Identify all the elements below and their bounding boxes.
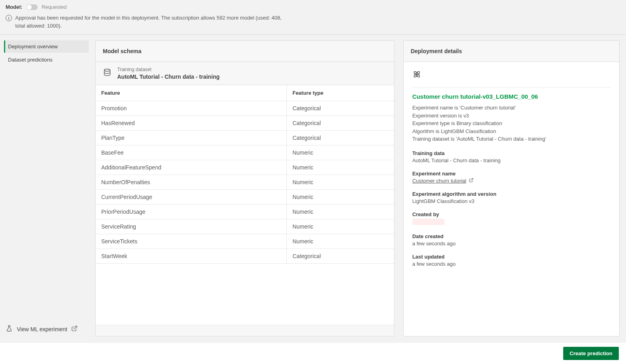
model-approval-toggle[interactable] bbox=[26, 4, 38, 10]
table-row: BaseFeeNumeric bbox=[96, 145, 394, 160]
feature-name: Promotion bbox=[96, 101, 286, 115]
table-row: PlanTypeCategorical bbox=[96, 131, 394, 145]
view-ml-experiment-link[interactable]: View ML experiment bbox=[6, 325, 87, 333]
schema-subheader: Training dataset AutoML Tutorial - Churn… bbox=[96, 62, 394, 85]
feature-type: Categorical bbox=[286, 116, 394, 130]
training-data-block: Training data AutoML Tutorial - Churn da… bbox=[412, 150, 610, 163]
deployment-details-panel: Deployment details Customer churn tutori… bbox=[403, 40, 620, 336]
feature-name: PlanType bbox=[96, 131, 286, 145]
feature-name: ServiceTickets bbox=[96, 234, 286, 249]
created-by-block: Created by bbox=[412, 211, 610, 226]
page-header: Model: Requested i Approval has been req… bbox=[0, 0, 626, 35]
separator bbox=[412, 87, 610, 88]
model-label: Model: bbox=[6, 4, 22, 10]
experiment-name-block: Experiment name Customer churn tutorial bbox=[412, 171, 610, 184]
model-status-text: Requested bbox=[42, 4, 67, 10]
last-updated-block: Last updated a few seconds ago bbox=[412, 254, 610, 267]
feature-type: Numeric bbox=[286, 190, 394, 204]
feature-type: Numeric bbox=[286, 205, 394, 219]
algorithm-value: LightGBM Classification v3 bbox=[412, 198, 610, 204]
training-data-key: Training data bbox=[412, 150, 610, 156]
details-body: Customer churn tutorial-v03_LGBMC_00_06 … bbox=[404, 62, 619, 275]
feature-name: PriorPeriodUsage bbox=[96, 205, 286, 219]
experiment-name-link[interactable]: Customer churn tutorial bbox=[412, 178, 474, 184]
table-row: ServiceTicketsNumeric bbox=[96, 234, 394, 249]
schema-panel-title: Model schema bbox=[96, 41, 394, 62]
atom-icon bbox=[412, 70, 610, 80]
feature-name: StartWeek bbox=[96, 249, 286, 263]
created-by-value bbox=[412, 219, 610, 226]
table-row: NumberOfPenaltiesNumeric bbox=[96, 175, 394, 190]
table-row: StartWeekCategorical bbox=[96, 249, 394, 264]
body-area: Deployment overviewDataset predictions V… bbox=[0, 35, 626, 343]
sidebar-nav: Deployment overviewDataset predictions bbox=[4, 40, 89, 321]
last-updated-value: a few seconds ago bbox=[412, 261, 610, 267]
schema-table-header: Feature Feature type bbox=[96, 85, 394, 101]
feature-type: Numeric bbox=[286, 145, 394, 160]
feature-name: ServiceRating bbox=[96, 219, 286, 234]
info-icon: i bbox=[6, 15, 12, 21]
sidebar-item-dataset-predictions[interactable]: Dataset predictions bbox=[4, 54, 89, 66]
model-title: Customer churn tutorial-v03_LGBMC_00_06 bbox=[412, 93, 610, 100]
feature-type: Numeric bbox=[286, 160, 394, 175]
flask-icon bbox=[6, 325, 13, 333]
svg-point-2 bbox=[416, 74, 417, 75]
feature-name: AdditionalFeatureSpend bbox=[96, 160, 286, 175]
svg-line-5 bbox=[471, 178, 473, 181]
description-line: Algorithm is LightGBM Classification bbox=[412, 127, 610, 135]
algorithm-block: Experiment algorithm and version LightGB… bbox=[412, 191, 610, 204]
feature-type: Numeric bbox=[286, 234, 394, 249]
svg-line-0 bbox=[74, 326, 77, 329]
date-created-key: Date created bbox=[412, 233, 610, 239]
info-message: Approval has been requested for the mode… bbox=[15, 14, 287, 30]
schema-table-footer bbox=[96, 325, 394, 336]
database-icon bbox=[103, 68, 111, 78]
details-panel-title: Deployment details bbox=[404, 41, 619, 62]
sidebar-footer: View ML experiment bbox=[4, 321, 89, 337]
training-dataset-name: AutoML Tutorial - Churn data - training bbox=[117, 74, 220, 80]
table-row: HasRenewedCategorical bbox=[96, 116, 394, 131]
last-updated-key: Last updated bbox=[412, 254, 610, 260]
description-line: Training dataset is 'AutoML Tutorial - C… bbox=[412, 135, 610, 143]
feature-name: BaseFee bbox=[96, 145, 286, 160]
create-prediction-button[interactable]: Create prediction bbox=[563, 347, 619, 360]
training-data-value: AutoML Tutorial - Churn data - training bbox=[412, 157, 610, 163]
sidebar: Deployment overviewDataset predictions V… bbox=[0, 35, 93, 343]
model-schema-panel: Model schema Training dataset AutoML Tut… bbox=[95, 40, 394, 336]
table-row: PromotionCategorical bbox=[96, 101, 394, 116]
feature-name: NumberOfPenalties bbox=[96, 175, 286, 189]
info-row: i Approval has been requested for the mo… bbox=[6, 14, 620, 30]
description-line: Experiment name is 'Customer churn tutor… bbox=[412, 104, 610, 112]
feature-name: CurrentPeriodUsage bbox=[96, 190, 286, 204]
column-feature: Feature bbox=[96, 85, 286, 101]
experiment-name-key: Experiment name bbox=[412, 171, 610, 177]
description-line: Experiment version is v3 bbox=[412, 112, 610, 120]
page-footer: Create prediction bbox=[0, 343, 626, 364]
table-row: CurrentPeriodUsageNumeric bbox=[96, 190, 394, 205]
model-status-row: Model: Requested bbox=[6, 4, 620, 10]
svg-point-1 bbox=[104, 69, 110, 72]
model-description: Experiment name is 'Customer churn tutor… bbox=[412, 104, 610, 143]
sidebar-item-deployment-overview[interactable]: Deployment overview bbox=[4, 40, 89, 53]
feature-name: HasRenewed bbox=[96, 116, 286, 130]
table-row: ServiceRatingNumeric bbox=[96, 219, 394, 234]
experiment-name-value: Customer churn tutorial bbox=[412, 178, 466, 184]
date-created-value: a few seconds ago bbox=[412, 241, 610, 247]
feature-type: Categorical bbox=[286, 131, 394, 145]
feature-type: Categorical bbox=[286, 101, 394, 115]
algorithm-key: Experiment algorithm and version bbox=[412, 191, 610, 197]
table-row: AdditionalFeatureSpendNumeric bbox=[96, 160, 394, 175]
external-link-icon bbox=[469, 178, 474, 184]
schema-table: Feature Feature type PromotionCategorica… bbox=[96, 85, 394, 336]
feature-type: Numeric bbox=[286, 219, 394, 234]
view-ml-experiment-label: View ML experiment bbox=[17, 326, 67, 332]
training-dataset-label: Training dataset bbox=[117, 67, 220, 72]
column-feature-type: Feature type bbox=[286, 85, 394, 101]
date-created-block: Date created a few seconds ago bbox=[412, 233, 610, 247]
feature-type: Numeric bbox=[286, 175, 394, 189]
external-link-icon bbox=[71, 325, 78, 333]
main-content: Model schema Training dataset AutoML Tut… bbox=[93, 35, 626, 343]
feature-type: Categorical bbox=[286, 249, 394, 263]
description-line: Experiment type is Binary classification bbox=[412, 119, 610, 127]
table-row: PriorPeriodUsageNumeric bbox=[96, 205, 394, 219]
